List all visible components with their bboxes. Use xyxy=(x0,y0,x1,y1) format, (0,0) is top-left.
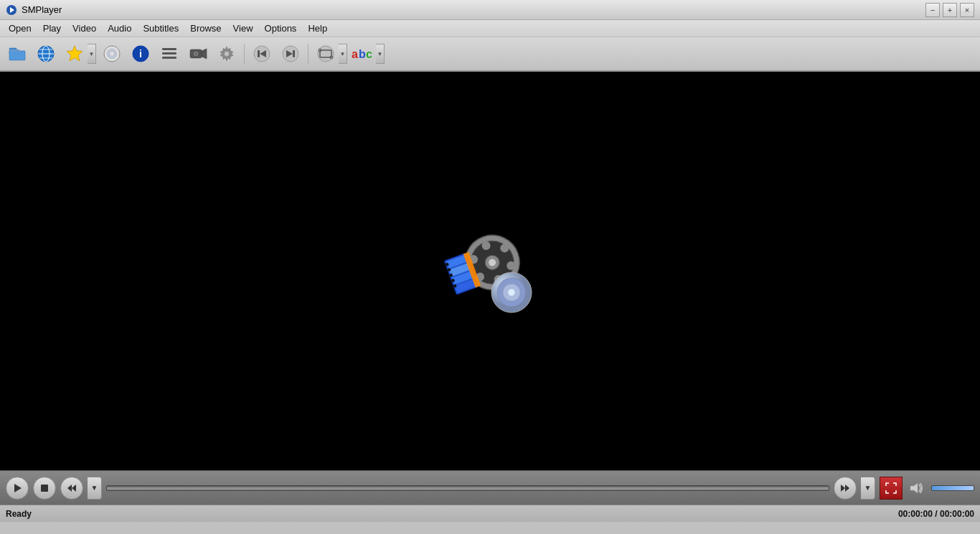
svg-marker-63 xyxy=(14,484,22,492)
toolbar-info[interactable]: i xyxy=(128,41,154,67)
favorites-arrow[interactable]: ▼ xyxy=(88,44,96,64)
toolbar-favorites[interactable] xyxy=(62,41,88,67)
time-display: 00:00:00 / 00:00:00 xyxy=(898,509,974,519)
toolbar-subtitles-group: a b c ▼ xyxy=(350,41,385,67)
app-icon xyxy=(6,4,17,16)
svg-marker-10 xyxy=(67,46,83,61)
play-button[interactable] xyxy=(6,477,29,500)
toolbar-dvd[interactable] xyxy=(99,41,125,67)
svg-marker-69 xyxy=(910,483,918,493)
forward-arrow[interactable]: ▼ xyxy=(861,477,875,500)
toolbar-next[interactable] xyxy=(278,41,303,67)
menu-browse[interactable]: Browse xyxy=(184,22,227,35)
menu-subtitles[interactable]: Subtitles xyxy=(137,22,184,35)
svg-point-14 xyxy=(111,53,113,55)
svg-point-23 xyxy=(195,53,197,55)
volume-bar[interactable] xyxy=(931,485,974,491)
menu-audio[interactable]: Audio xyxy=(102,22,137,35)
svg-point-24 xyxy=(225,52,230,57)
rewind-arrow[interactable]: ▼ xyxy=(88,477,102,500)
toolbar-playlist[interactable] xyxy=(156,41,182,67)
svg-rect-18 xyxy=(162,52,176,54)
svg-marker-67 xyxy=(841,485,845,492)
toolbar: ▼ i xyxy=(0,37,980,72)
aspect-arrow[interactable]: ▼ xyxy=(339,44,347,64)
toolbar-record[interactable] xyxy=(185,41,211,67)
window-controls: − + × xyxy=(925,3,974,17)
fullscreen-button[interactable] xyxy=(880,477,903,500)
rewind-button[interactable] xyxy=(60,477,83,500)
svg-text:b: b xyxy=(359,48,366,60)
svg-rect-29 xyxy=(293,50,295,57)
forward-button[interactable] xyxy=(834,477,857,500)
toolbar-separator-2 xyxy=(308,44,308,64)
title-bar-left: SMPlayer xyxy=(6,4,62,16)
svg-marker-21 xyxy=(202,49,207,59)
menu-bar: Open Play Video Audio Subtitles Browse V… xyxy=(0,20,980,37)
subtitles-arrow[interactable]: ▼ xyxy=(376,44,385,64)
toolbar-open-url[interactable] xyxy=(33,41,59,67)
toolbar-prev[interactable] xyxy=(249,41,275,67)
svg-rect-4 xyxy=(9,49,19,52)
toolbar-aspect-group: ▼ xyxy=(313,41,347,67)
menu-video[interactable]: Video xyxy=(67,22,102,35)
volume-button[interactable] xyxy=(907,478,927,498)
controls-bar: ▼ ▼ xyxy=(0,470,980,505)
svg-marker-66 xyxy=(67,485,72,492)
menu-view[interactable]: View xyxy=(227,22,259,35)
toolbar-subtitles[interactable]: a b c xyxy=(350,41,376,67)
svg-point-62 xyxy=(508,289,515,296)
toolbar-preferences[interactable] xyxy=(214,41,240,67)
menu-help[interactable]: Help xyxy=(302,22,333,35)
menu-options[interactable]: Options xyxy=(259,22,303,35)
video-area[interactable] xyxy=(0,72,980,470)
svg-rect-3 xyxy=(9,51,25,60)
svg-rect-26 xyxy=(258,50,260,57)
status-bar: Ready 00:00:00 / 00:00:00 xyxy=(0,505,980,522)
stop-button[interactable] xyxy=(33,477,56,500)
menu-play[interactable]: Play xyxy=(37,22,67,35)
menu-open[interactable]: Open xyxy=(3,22,37,35)
maximize-button[interactable]: + xyxy=(943,3,957,17)
svg-marker-65 xyxy=(72,485,76,492)
svg-text:c: c xyxy=(366,48,372,60)
close-button[interactable]: × xyxy=(960,3,974,17)
title-bar: SMPlayer − + × xyxy=(0,0,980,20)
toolbar-favorites-group: ▼ xyxy=(62,41,96,67)
toolbar-aspect[interactable] xyxy=(313,41,339,67)
toolbar-open-file[interactable] xyxy=(4,41,30,67)
status-text: Ready xyxy=(6,509,32,519)
svg-rect-19 xyxy=(162,57,176,59)
svg-text:a: a xyxy=(352,48,358,60)
smplayer-logo xyxy=(443,224,537,318)
seek-bar[interactable] xyxy=(106,485,829,491)
minimize-button[interactable]: − xyxy=(925,3,940,17)
title-text: SMPlayer xyxy=(22,4,62,15)
toolbar-separator-1 xyxy=(244,44,245,64)
svg-rect-17 xyxy=(162,48,176,50)
svg-marker-68 xyxy=(845,485,849,492)
svg-rect-64 xyxy=(41,485,48,492)
svg-text:i: i xyxy=(139,48,142,59)
